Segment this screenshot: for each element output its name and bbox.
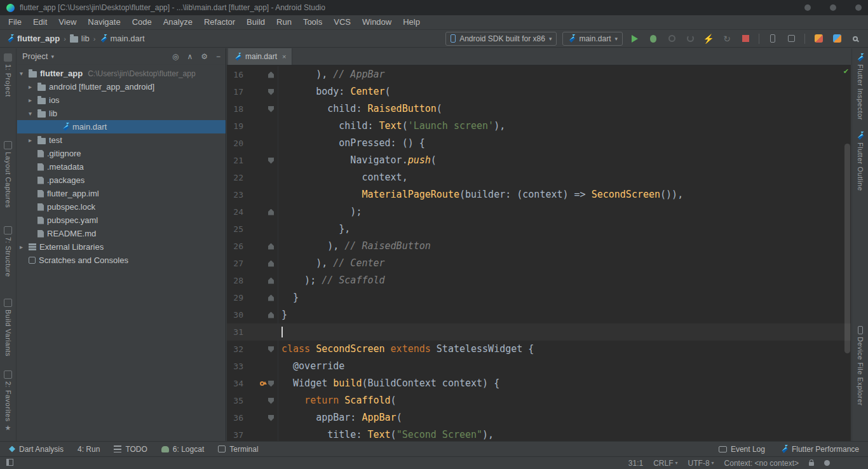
code-line-28[interactable]: 28 ); // Scaffold: [227, 272, 851, 289]
tool-button-layout-captures[interactable]: Layout Captures: [4, 141, 12, 208]
tree-item-gitignore[interactable]: .gitignore: [17, 147, 226, 160]
highlighting-level-icon[interactable]: [824, 460, 830, 466]
code-line-36[interactable]: 36 appBar: AppBar(: [227, 409, 851, 426]
fold-marker-icon[interactable]: [268, 415, 274, 421]
profile-button[interactable]: [665, 32, 678, 45]
menu-item-edit[interactable]: Edit: [27, 15, 53, 29]
fold-marker-icon[interactable]: [268, 261, 274, 267]
tool-button-build-variants[interactable]: Build Variants: [4, 299, 12, 357]
code-line-29[interactable]: 29 }: [227, 289, 851, 306]
fold-marker-icon[interactable]: [268, 89, 274, 95]
tool-button-7-structure[interactable]: 7: Structure: [4, 226, 12, 277]
menu-item-tools[interactable]: Tools: [297, 15, 328, 29]
bottom-tool-event-log[interactable]: Event Log: [719, 445, 765, 454]
tree-item-external-libraries[interactable]: ▸External Libraries: [17, 240, 226, 254]
tree-item-scratches-and-consoles[interactable]: Scratches and Consoles: [17, 254, 226, 267]
fold-marker-icon[interactable]: [268, 312, 274, 318]
breadcrumb-main-dart[interactable]: main.dart: [100, 34, 145, 43]
fold-marker-icon[interactable]: [268, 295, 274, 301]
tool-button-2-favorites[interactable]: 2: Favorites★: [4, 370, 12, 432]
menu-item-run[interactable]: Run: [271, 15, 297, 29]
bottom-tool-dart-analysis[interactable]: Dart Analysis: [9, 445, 64, 454]
tree-item-pubspec-yaml[interactable]: pubspec.yaml: [17, 214, 226, 227]
caret-position[interactable]: 31:1: [628, 459, 643, 468]
run-button[interactable]: [628, 32, 641, 45]
tab-main-dart[interactable]: main.dart ×: [228, 48, 292, 65]
search-everywhere-button[interactable]: [849, 32, 862, 45]
line-separator-selector[interactable]: CRLF ▾: [653, 459, 677, 468]
close-tab-icon[interactable]: ×: [282, 53, 286, 60]
fold-marker-icon[interactable]: [268, 398, 274, 404]
maximize-button[interactable]: [830, 4, 836, 11]
bottom-tool-todo[interactable]: TODO: [114, 445, 147, 454]
dart-context[interactable]: Context: <no context>: [724, 459, 799, 468]
coverage-button[interactable]: [684, 32, 696, 45]
gear-icon[interactable]: ⚙: [201, 52, 208, 61]
fold-marker-icon[interactable]: [268, 381, 274, 387]
fold-marker-icon[interactable]: [268, 346, 274, 353]
stop-button[interactable]: [739, 32, 752, 45]
tree-item-readme-md[interactable]: README.md: [17, 227, 226, 240]
bottom-tool-flutter-performance[interactable]: Flutter Performance: [780, 445, 859, 454]
code-line-31[interactable]: 31: [227, 323, 851, 341]
layout-inspector-button[interactable]: [831, 32, 843, 45]
code-line-21[interactable]: 21 Navigator.push(: [227, 152, 851, 169]
code-line-26[interactable]: 26 ), // RaisedButton: [227, 238, 851, 255]
tree-expand-arrow-icon[interactable]: ▸: [29, 97, 37, 104]
menu-item-view[interactable]: View: [53, 15, 82, 29]
fold-marker-icon[interactable]: [268, 278, 274, 284]
code-line-22[interactable]: 22 context,: [227, 169, 851, 186]
tree-item-ios[interactable]: ▸ios: [17, 93, 226, 107]
code-line-30[interactable]: 30}: [227, 306, 851, 323]
menu-item-help[interactable]: Help: [397, 15, 426, 29]
tree-item-flutter-app-iml[interactable]: flutter_app.iml: [17, 187, 226, 200]
tree-expand-arrow-icon[interactable]: ▸: [20, 243, 29, 250]
tool-window-switcher-icon[interactable]: [6, 459, 13, 466]
fold-marker-icon[interactable]: [268, 209, 274, 215]
tree-item-flutter-app[interactable]: ▾flutter_appC:\Users\jin\Desktop\flutter…: [17, 67, 226, 80]
bottom-tool-4-run[interactable]: 4: Run: [78, 445, 100, 454]
device-selector-dropdown[interactable]: Android SDK built for x86 ▾: [445, 32, 557, 46]
fold-marker-icon[interactable]: [268, 106, 274, 112]
hide-panel-icon[interactable]: −: [216, 52, 220, 61]
tree-item-test[interactable]: ▸test: [17, 133, 226, 147]
tool-button-device-file-explorer[interactable]: Device File Explorer: [857, 326, 864, 405]
code-line-35[interactable]: 35 return Scaffold(: [227, 392, 851, 409]
breadcrumb-flutter-app[interactable]: flutter_app: [6, 34, 60, 43]
code-line-34[interactable]: 34 Widget build(BuildContext context) {: [227, 375, 851, 392]
code-line-17[interactable]: 17 body: Center(: [227, 83, 851, 100]
editor-scrollbar[interactable]: [844, 144, 850, 353]
fold-marker-icon[interactable]: [268, 158, 274, 164]
debug-button[interactable]: [647, 32, 660, 45]
fold-marker-icon[interactable]: [268, 72, 274, 78]
tree-item-packages[interactable]: .packages: [17, 173, 226, 187]
tree-item-metadata[interactable]: .metadata: [17, 160, 226, 173]
code-line-16[interactable]: 16 ), // AppBar: [227, 66, 851, 83]
tree-expand-arrow-icon[interactable]: ▸: [29, 137, 37, 144]
breadcrumb-lib[interactable]: lib: [70, 34, 90, 43]
hot-restart-button[interactable]: ↻: [721, 32, 733, 45]
tree-item-android-flutter-app-android[interactable]: ▸android [flutter_app_android]: [17, 80, 226, 93]
tree-item-main-dart[interactable]: main.dart: [17, 120, 226, 133]
attach-debugger-button[interactable]: [785, 32, 797, 45]
tool-button-flutter-outline[interactable]: Flutter Outline: [857, 132, 864, 191]
tree-expand-arrow-icon[interactable]: ▾: [20, 70, 29, 77]
lock-icon[interactable]: [809, 462, 814, 466]
encoding-selector[interactable]: UTF-8 ▾: [688, 459, 714, 468]
code-line-27[interactable]: 27 ), // Center: [227, 255, 851, 272]
menu-item-build[interactable]: Build: [241, 15, 271, 29]
tree-expand-arrow-icon[interactable]: ▸: [29, 83, 37, 90]
inspections-status-icon[interactable]: ✔: [843, 67, 849, 76]
code-line-32[interactable]: 32class SecondScreen extends StatelessWi…: [227, 341, 851, 358]
menu-item-navigate[interactable]: Navigate: [82, 15, 126, 29]
bottom-tool-terminal[interactable]: Terminal: [218, 445, 258, 454]
tree-expand-arrow-icon[interactable]: ▾: [29, 110, 37, 117]
code-line-24[interactable]: 24 );: [227, 203, 851, 221]
tool-button-1-project[interactable]: 1: Project: [4, 53, 12, 97]
close-button[interactable]: [855, 4, 862, 11]
code-line-33[interactable]: 33 @override: [227, 358, 851, 375]
menu-item-vcs[interactable]: VCS: [328, 15, 356, 29]
code-line-19[interactable]: 19 child: Text('Launch screen'),: [227, 118, 851, 135]
code-line-20[interactable]: 20 onPressed: () {: [227, 135, 851, 152]
avd-manager-button[interactable]: [766, 32, 779, 45]
